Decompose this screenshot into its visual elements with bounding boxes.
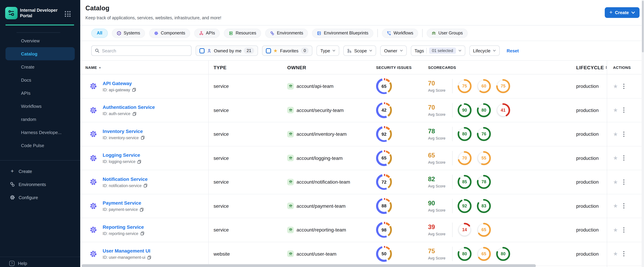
tab-environments[interactable]: Environments	[265, 28, 308, 38]
kebab-menu-icon[interactable]	[623, 251, 625, 257]
scorecard-ring[interactable]: 76	[477, 127, 491, 142]
kebab-menu-icon[interactable]	[623, 203, 625, 209]
app-switcher-grid-icon[interactable]	[65, 11, 70, 17]
column-header-lifecycle[interactable]: LIFECYCLE ▲▼	[571, 64, 607, 70]
scorecard-ring[interactable]: 90	[457, 103, 472, 118]
sidebar-item-workflows[interactable]: Workflows	[6, 100, 75, 113]
reset-filters-link[interactable]: Reset	[506, 48, 519, 53]
scorecard-ring[interactable]: 80	[457, 247, 472, 261]
favorites-filter[interactable]: ★ Favorites 0	[262, 46, 312, 56]
sidebar-bottom-configure[interactable]: Configure	[0, 191, 80, 204]
tab-workflows[interactable]: Workflows	[382, 28, 418, 38]
owner-name[interactable]: account/security-team	[296, 108, 344, 113]
kebab-menu-icon[interactable]	[623, 131, 625, 138]
kebab-menu-icon[interactable]	[623, 155, 625, 162]
type-dropdown[interactable]: Type	[317, 46, 340, 56]
vertical-scrollbar[interactable]	[642, 0, 644, 267]
copy-icon[interactable]	[132, 112, 136, 116]
horizontal-scrollbar[interactable]	[82, 264, 536, 267]
copy-icon[interactable]	[144, 184, 148, 188]
favorite-star-icon[interactable]: ★	[613, 179, 618, 185]
lifecycle-dropdown[interactable]: Lifecycle	[469, 46, 500, 56]
copy-icon[interactable]	[141, 136, 145, 140]
copy-icon[interactable]	[140, 208, 144, 212]
column-header-name[interactable]: NAME▲	[80, 65, 208, 70]
scorecard-ring[interactable]: 75	[457, 79, 472, 94]
kebab-menu-icon[interactable]	[623, 227, 625, 233]
create-button[interactable]: + Create	[605, 7, 640, 18]
favorites-checkbox[interactable]	[266, 48, 271, 53]
sidebar-bottom-environments[interactable]: Environments	[0, 178, 80, 191]
entity-name-link[interactable]: Authentication Service	[103, 104, 155, 110]
sidebar-item-create[interactable]: Create	[6, 60, 75, 74]
copy-icon[interactable]	[140, 232, 144, 236]
favorite-star-icon[interactable]: ★	[613, 251, 618, 257]
chevron-down-icon	[493, 50, 496, 52]
tags-dropdown[interactable]: Tags 01 selected	[411, 46, 465, 56]
sidebar-item-docs[interactable]: Docs	[6, 74, 75, 86]
entity-name-link[interactable]: Logging Service	[103, 152, 141, 158]
tab-user-groups[interactable]: User Groups	[427, 28, 468, 38]
favorite-star-icon[interactable]: ★	[613, 131, 618, 138]
scorecard-ring[interactable]: 65	[477, 223, 491, 237]
scorecard-ring[interactable]: 92	[457, 199, 472, 213]
copy-icon[interactable]	[138, 160, 141, 164]
scorecard-ring[interactable]: 55	[477, 151, 491, 165]
app-logo[interactable]	[5, 7, 18, 19]
favorite-star-icon[interactable]: ★	[613, 155, 618, 162]
scorecard-ring[interactable]: 41	[496, 103, 510, 118]
scorecard-ring[interactable]: 78	[477, 175, 491, 189]
owner-name[interactable]: account/user-team	[296, 251, 336, 257]
scorecard-ring[interactable]: 65	[477, 247, 491, 261]
owner-dropdown[interactable]: Owner	[380, 46, 407, 56]
sidebar-item-code-pulse[interactable]: Code Pulse	[6, 139, 75, 152]
owner-name[interactable]: account/notification-team	[296, 179, 350, 185]
entity-name-link[interactable]: Reporting Service	[103, 224, 144, 230]
owner-name[interactable]: account/logging-team	[296, 156, 343, 161]
sidebar-item-harness-developer[interactable]: Harness Develope...	[6, 126, 75, 139]
scorecard-ring[interactable]: 75	[496, 79, 510, 94]
tab-resources[interactable]: Resources	[224, 28, 261, 38]
sidebar-item-catalog[interactable]: Catalog	[6, 47, 75, 60]
scorecard-ring[interactable]: 85	[457, 175, 472, 189]
scorecard-ring[interactable]: 14	[457, 223, 472, 237]
entity-name-link[interactable]: Notification Service	[103, 176, 148, 182]
entity-name-link[interactable]: User Management UI	[103, 248, 151, 254]
favorite-star-icon[interactable]: ★	[613, 203, 618, 209]
owner-name[interactable]: account/api-team	[296, 84, 334, 89]
copy-icon[interactable]	[148, 256, 151, 260]
copy-icon[interactable]	[132, 88, 136, 92]
search-input[interactable]	[102, 48, 188, 53]
entity-name-link[interactable]: Inventory Service	[103, 128, 145, 134]
tab-systems[interactable]: Systems	[112, 28, 145, 38]
scorecard-ring[interactable]: 70	[457, 151, 472, 165]
owned-by-me-filter[interactable]: Owned by me 21	[196, 46, 258, 56]
favorite-star-icon[interactable]: ★	[613, 83, 618, 90]
scorecard-ring[interactable]: 80	[477, 103, 491, 118]
favorite-star-icon[interactable]: ★	[613, 107, 618, 114]
entity-name-link[interactable]: API Gateway	[103, 80, 136, 86]
sidebar-bottom-create[interactable]: + Create	[0, 165, 80, 178]
scorecard-ring[interactable]: 60	[477, 79, 491, 94]
tab-all[interactable]: All	[91, 28, 108, 38]
owner-name[interactable]: account/reporting-team	[296, 227, 346, 233]
entity-name-link[interactable]: Payment Service	[103, 200, 144, 206]
sidebar-help[interactable]: ? Help	[9, 261, 27, 266]
kebab-menu-icon[interactable]	[623, 179, 625, 185]
owner-name[interactable]: account/payment-team	[296, 203, 346, 209]
tab-apis[interactable]: APIs	[194, 28, 220, 38]
sidebar-item-overview[interactable]: Overview	[6, 34, 75, 47]
owner-name[interactable]: account/inventory-team	[296, 132, 346, 137]
scorecard-ring[interactable]: 83	[477, 199, 491, 213]
scorecard-ring[interactable]: 80	[496, 247, 510, 261]
sidebar-item-random[interactable]: random	[6, 113, 75, 126]
owned-by-me-checkbox[interactable]	[200, 48, 204, 53]
scorecard-ring[interactable]: 80	[457, 127, 472, 142]
tab-environment-blueprints[interactable]: A Environment Blueprints	[312, 28, 373, 38]
tab-components[interactable]: Components	[149, 28, 190, 38]
scope-dropdown[interactable]: Scope	[344, 46, 376, 56]
sidebar-item-apis[interactable]: APIs	[6, 86, 75, 100]
favorite-star-icon[interactable]: ★	[613, 227, 618, 233]
kebab-menu-icon[interactable]	[623, 107, 625, 114]
kebab-menu-icon[interactable]	[623, 83, 625, 90]
